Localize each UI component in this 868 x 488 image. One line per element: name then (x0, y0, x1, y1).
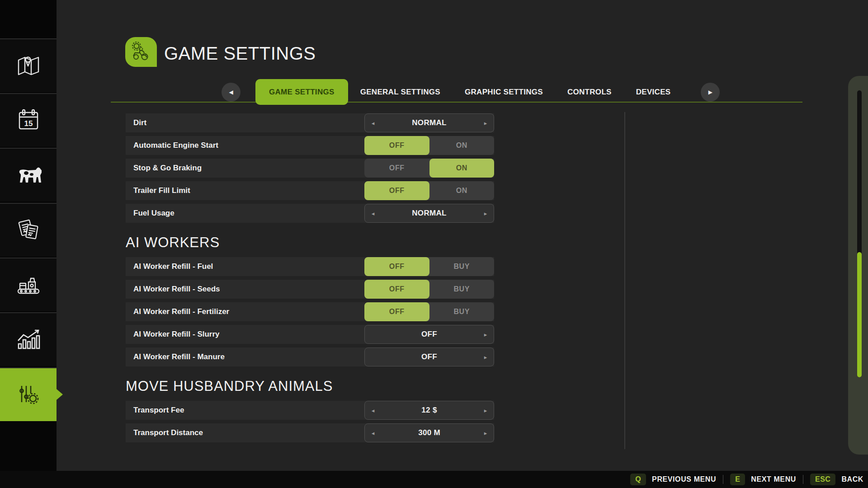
sidebar: 15 (0, 0, 57, 488)
setting-label: Transport Distance (126, 428, 364, 437)
setting-row-transport-distance: Transport Distance◂300 M▸ (126, 423, 494, 442)
toggle-option-on[interactable]: ON (429, 136, 495, 155)
tab-graphic-settings[interactable]: GRAPHIC SETTINGS (453, 79, 555, 105)
setting-control: OFFBUY (364, 280, 494, 299)
setting-control: ◂NORMAL▸ (364, 204, 494, 223)
page-title: GAME SETTINGS (164, 43, 316, 64)
setting-label: AI Worker Refill - Seeds (126, 285, 364, 294)
selector-fuel-usage[interactable]: ◂NORMAL▸ (364, 204, 494, 223)
toggle-option-buy[interactable]: BUY (429, 257, 495, 276)
selector-prev-icon[interactable]: ◂ (369, 430, 377, 436)
tab-scroll-left-button[interactable]: ◀ (222, 83, 241, 102)
tab-general-settings[interactable]: GENERAL SETTINGS (348, 79, 453, 105)
setting-control: OFFON (364, 159, 494, 178)
setting-label: Fuel Usage (126, 209, 364, 218)
contracts-icon (16, 217, 41, 244)
setting-control: OFFBUY (364, 257, 494, 276)
tab-devices[interactable]: DEVICES (624, 79, 683, 105)
sidebar-item-statistics[interactable] (0, 312, 57, 366)
selector-transport-distance[interactable]: ◂300 M▸ (364, 423, 494, 442)
toggle-option-on[interactable]: ON (429, 159, 495, 178)
selector-next-icon[interactable]: ▸ (482, 210, 489, 217)
setting-row-ai-worker-refill-seeds: AI Worker Refill - SeedsOFFBUY (126, 280, 494, 299)
selector-value: OFF (377, 330, 482, 339)
setting-row-trailer-fill-limit: Trailer Fill LimitOFFON (126, 181, 494, 200)
footer-separator (803, 475, 803, 484)
toggle-option-off[interactable]: OFF (364, 280, 429, 299)
toggle-option-on[interactable]: ON (429, 181, 495, 200)
selector-prev-icon[interactable]: ◂ (369, 407, 377, 414)
section-title-move-husbandry-animals: MOVE HUSBANDRY ANIMALS (126, 377, 333, 395)
selector-next-icon[interactable]: ▸ (482, 430, 489, 436)
footer-hint-label: BACK (841, 475, 863, 483)
setting-row-ai-worker-refill-manure: AI Worker Refill - Manure◂OFF▸ (126, 347, 494, 366)
sidebar-item-contracts[interactable] (0, 203, 57, 257)
key-esc-badge: ESC (810, 474, 835, 485)
selector-next-icon[interactable]: ▸ (482, 120, 489, 127)
setting-label: AI Worker Refill - Fuel (126, 262, 364, 271)
section-title-ai-workers: AI WORKERS (126, 234, 220, 252)
main-panel: GAME SETTINGS ◀GAME SETTINGSGENERAL SETT… (57, 0, 868, 471)
selector-prev-icon[interactable]: ◂ (369, 210, 377, 217)
selector-transport-fee[interactable]: ◂12 $▸ (364, 401, 494, 420)
toggle-option-buy[interactable]: BUY (429, 302, 495, 321)
toggle-ai-worker-refill-fertilizer: OFFBUY (364, 302, 494, 321)
selector-next-icon[interactable]: ▸ (482, 354, 489, 361)
setting-label: Trailer Fill Limit (126, 186, 364, 195)
sidebar-item-map[interactable] (0, 38, 57, 92)
selector-next-icon[interactable]: ▸ (482, 407, 489, 414)
animals-icon (15, 163, 42, 188)
setting-control: ◂OFF▸ (364, 325, 494, 344)
toggle-stop-go-braking: OFFON (364, 159, 494, 178)
svg-text:15: 15 (24, 119, 33, 128)
footer-hint-back[interactable]: ESCBACK (810, 474, 863, 485)
selector-value: 300 M (377, 428, 482, 437)
setting-label: AI Worker Refill - Fertilizer (126, 307, 364, 316)
toggle-option-off[interactable]: OFF (364, 136, 429, 155)
selector-ai-worker-refill-slurry[interactable]: ◂OFF▸ (364, 325, 494, 344)
sidebar-item-production[interactable] (0, 258, 57, 311)
setting-row-transport-fee: Transport Fee◂12 $▸ (126, 401, 494, 420)
setting-row-ai-worker-refill-fertilizer: AI Worker Refill - FertilizerOFFBUY (126, 302, 494, 321)
toggle-ai-worker-refill-fuel: OFFBUY (364, 257, 494, 276)
calendar-icon: 15 (16, 108, 41, 133)
tab-controls[interactable]: CONTROLS (555, 79, 624, 105)
toggle-option-off[interactable]: OFF (364, 257, 429, 276)
tab-bar: ◀GAME SETTINGSGENERAL SETTINGSGRAPHIC SE… (222, 79, 720, 105)
selector-ai-worker-refill-manure[interactable]: ◂OFF▸ (364, 347, 494, 366)
statistics-icon (16, 327, 41, 352)
setting-row-ai-worker-refill-fuel: AI Worker Refill - FuelOFFBUY (126, 257, 494, 276)
key-e-badge: E (730, 474, 745, 485)
setting-row-dirt: Dirt◂NORMAL▸ (126, 113, 494, 132)
toggle-option-off[interactable]: OFF (364, 159, 429, 178)
tab-game-settings[interactable]: GAME SETTINGS (255, 79, 348, 105)
footer-bar: QPREVIOUS MENUENEXT MENUESCBACK (0, 471, 868, 488)
toggle-option-off[interactable]: OFF (364, 181, 429, 200)
setting-control: ◂300 M▸ (364, 423, 494, 442)
selector-dirt[interactable]: ◂NORMAL▸ (364, 113, 494, 132)
settings-column-divider (624, 112, 625, 449)
setting-row-stop-go-braking: Stop & Go BrakingOFFON (126, 159, 494, 178)
toggle-option-off[interactable]: OFF (364, 302, 429, 321)
map-icon (16, 54, 41, 78)
setting-control: OFFON (364, 136, 494, 155)
selector-value: 12 $ (377, 406, 482, 415)
toggle-option-buy[interactable]: BUY (429, 280, 495, 299)
production-icon (15, 272, 42, 298)
footer-hint-previous-menu[interactable]: QPREVIOUS MENU (630, 474, 716, 485)
footer-hint-next-menu[interactable]: ENEXT MENU (730, 474, 796, 485)
settings-icon (16, 382, 41, 408)
scrollbar-thumb[interactable] (857, 252, 862, 377)
toggle-automatic-engine-start: OFFON (364, 136, 494, 155)
selector-next-icon[interactable]: ▸ (482, 331, 489, 338)
selector-prev-icon[interactable]: ◂ (369, 120, 377, 127)
tab-scroll-right-button[interactable]: ▶ (701, 83, 720, 102)
selector-value: NORMAL (377, 118, 482, 127)
setting-control: ◂OFF▸ (364, 347, 494, 366)
toggle-trailer-fill-limit: OFFON (364, 181, 494, 200)
sidebar-item-settings[interactable] (0, 367, 57, 421)
sidebar-item-animals[interactable] (0, 148, 57, 202)
setting-label: AI Worker Refill - Slurry (126, 330, 364, 339)
sidebar-item-calendar[interactable]: 15 (0, 93, 57, 147)
game-settings-app-icon (125, 37, 157, 67)
